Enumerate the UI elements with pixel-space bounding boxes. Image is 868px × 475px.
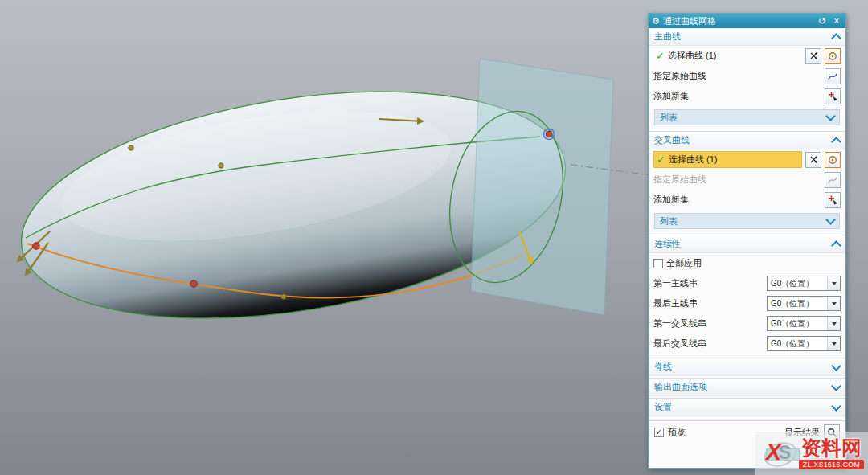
dropdown-value: G0（位置）: [768, 278, 827, 289]
apply-all-row[interactable]: 全部应用: [649, 253, 845, 273]
application-window: ⚙ 通过曲线网格 ↺ × 主曲线 ✓ 选择曲线 (1): [0, 0, 868, 475]
section-spine-header[interactable]: 脊线: [649, 358, 845, 376]
through-curve-mesh-dialog: ⚙ 通过曲线网格 ↺ × 主曲线 ✓ 选择曲线 (1): [648, 13, 846, 469]
reverse-direction-button[interactable]: [805, 152, 821, 168]
origin-curve-button[interactable]: [825, 68, 841, 84]
close-icon[interactable]: ×: [831, 16, 842, 26]
chevron-down-icon[interactable]: [831, 361, 841, 371]
crossed-arrows-icon: [809, 154, 819, 165]
curve-point[interactable]: [219, 163, 223, 168]
watermark: X S 资料网 ZL.XS1616.COM: [755, 432, 868, 475]
chevron-down-icon[interactable]: [831, 381, 841, 391]
dropdown-arrow-icon[interactable]: [827, 297, 840, 310]
main-curves-list[interactable]: 列表: [654, 109, 840, 125]
section-label: 连续性: [654, 238, 681, 250]
dropdown-arrow-icon[interactable]: [827, 337, 840, 350]
datum-plane[interactable]: [471, 59, 613, 315]
curve-rule-button[interactable]: [825, 48, 841, 64]
preview-checkbox[interactable]: ✓: [654, 428, 664, 437]
first-cross-row: 第一交叉线串 G0（位置）: [649, 313, 845, 334]
first-cross-dropdown[interactable]: G0（位置）: [767, 316, 841, 331]
preview-label: 预览: [668, 427, 686, 439]
gear-icon: ⚙: [652, 17, 660, 26]
plus-cursor-icon: [827, 91, 838, 102]
origin-curve-label: 指定原始曲线: [653, 174, 821, 186]
continuity-row-label: 最后主线串: [653, 297, 764, 309]
dropdown-arrow-icon[interactable]: [827, 317, 840, 330]
logo-letter-s: S: [779, 442, 791, 465]
dropdown-value: G0（位置）: [768, 298, 827, 309]
watermark-url: ZL.XS1616.COM: [799, 460, 864, 469]
add-new-set-label: 添加新集: [653, 90, 821, 102]
cross-add-set-row[interactable]: 添加新集: [649, 190, 845, 210]
dropdown-arrow-icon[interactable]: [827, 276, 840, 290]
cross-curves-list[interactable]: 列表: [654, 213, 840, 229]
last-cross-row: 最后交叉线串 G0（位置）: [649, 334, 845, 354]
main-add-set-row[interactable]: 添加新集: [649, 86, 845, 106]
end-point[interactable]: [190, 280, 197, 287]
section-label: 交叉曲线: [654, 134, 690, 146]
list-label: 列表: [660, 215, 678, 227]
continuity-row-label: 第一主线串: [653, 277, 764, 289]
apply-all-checkbox[interactable]: [653, 259, 663, 268]
origin-curve-button[interactable]: [825, 172, 841, 188]
list-label: 列表: [660, 112, 678, 124]
main-origin-curve-row[interactable]: 指定原始曲线: [649, 66, 845, 86]
watermark-text: 资料网 ZL.XS1616.COM: [799, 437, 864, 469]
curve-icon: [827, 174, 838, 186]
add-new-set-button[interactable]: [825, 192, 841, 208]
last-cross-dropdown[interactable]: G0（位置）: [767, 336, 841, 351]
plus-cursor-icon: [827, 195, 838, 206]
section-label: 设置: [654, 401, 672, 413]
circle-rule-icon: [827, 154, 838, 166]
continuity-row-label: 第一交叉线串: [653, 317, 764, 330]
section-continuity-header[interactable]: 连续性: [649, 235, 845, 253]
continuity-row-label: 最后交叉线串: [653, 338, 764, 350]
curve-rule-button[interactable]: [825, 152, 841, 168]
curve-point[interactable]: [281, 294, 286, 299]
reverse-direction-button[interactable]: [805, 48, 821, 64]
section-label: 主曲线: [654, 31, 681, 43]
section-label: 脊线: [654, 361, 672, 373]
first-primary-row: 第一主线串 G0（位置）: [649, 273, 845, 293]
chevron-down-icon[interactable]: [825, 215, 836, 225]
end-point[interactable]: [33, 243, 39, 249]
main-select-curve-row[interactable]: ✓ 选择曲线 (1): [649, 46, 845, 66]
watermark-logo: X S: [762, 435, 797, 472]
dropdown-value: G0（位置）: [768, 318, 827, 330]
crossed-arrows-icon: [809, 51, 819, 61]
select-curve-label: 选择曲线 (1): [669, 154, 718, 166]
curve-point[interactable]: [129, 145, 133, 150]
dialog-titlebar[interactable]: ⚙ 通过曲线网格 ↺ ×: [649, 14, 845, 28]
section-main-curves-header[interactable]: 主曲线: [649, 28, 845, 46]
watermark-brand: 资料网: [801, 437, 862, 458]
section-cross-curves-header[interactable]: 交叉曲线: [649, 131, 845, 149]
add-new-set-button[interactable]: [825, 88, 841, 104]
apply-all-label: 全部应用: [666, 257, 702, 269]
chevron-up-icon[interactable]: [831, 240, 841, 251]
cross-select-curve-row[interactable]: ✓ 选择曲线 (1): [649, 149, 845, 170]
reset-icon[interactable]: ↺: [817, 16, 828, 26]
section-settings-header[interactable]: 设置: [649, 398, 845, 416]
cross-select-curve-highlight[interactable]: ✓ 选择曲线 (1): [653, 151, 802, 168]
check-icon: ✓: [656, 51, 665, 61]
dropdown-value: G0（位置）: [768, 338, 827, 350]
circle-rule-icon: [827, 51, 838, 62]
dialog-title: 通过曲线网格: [663, 15, 813, 27]
last-primary-row: 最后主线串 G0（位置）: [649, 293, 845, 313]
main-select-curve[interactable]: ✓ 选择曲线 (1): [653, 47, 802, 64]
chevron-up-icon[interactable]: [831, 137, 841, 147]
origin-curve-label: 指定原始曲线: [653, 70, 821, 82]
check-icon: ✓: [657, 154, 665, 165]
chevron-up-icon[interactable]: [831, 33, 841, 43]
last-primary-dropdown[interactable]: G0（位置）: [767, 296, 841, 311]
section-output-options-header[interactable]: 输出曲面选项: [649, 378, 845, 396]
chevron-down-icon[interactable]: [831, 401, 841, 412]
chevron-down-icon[interactable]: [825, 111, 836, 121]
add-new-set-label: 添加新集: [653, 194, 821, 206]
cross-origin-curve-row[interactable]: 指定原始曲线: [649, 170, 845, 190]
first-primary-dropdown[interactable]: G0（位置）: [767, 276, 841, 291]
select-curve-label: 选择曲线 (1): [668, 50, 717, 62]
section-label: 输出曲面选项: [654, 381, 707, 393]
curve-icon: [827, 71, 838, 82]
